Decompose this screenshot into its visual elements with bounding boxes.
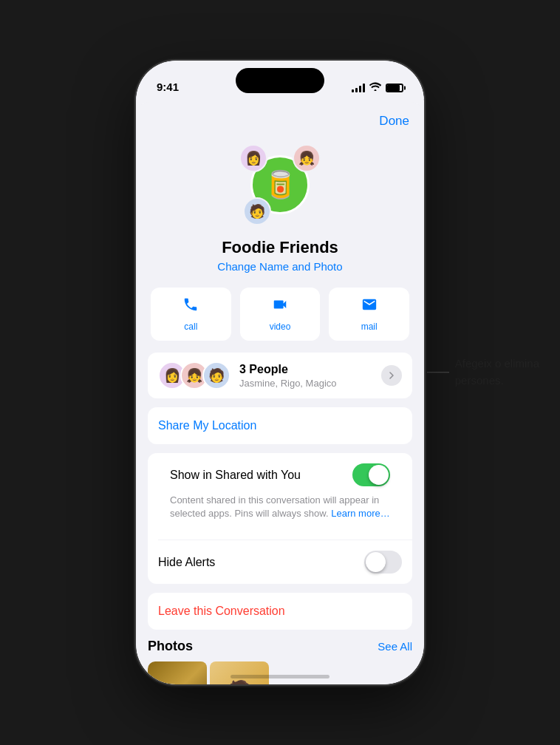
share-location-card[interactable]: Share My Location xyxy=(148,407,412,444)
people-count: 3 People xyxy=(239,363,381,376)
photo-thumb-2[interactable]: 🧑 xyxy=(210,661,269,684)
group-name: Foodie Friends xyxy=(222,238,338,257)
mail-button[interactable]: mail xyxy=(329,288,409,341)
see-all-link[interactable]: See All xyxy=(378,640,412,653)
avatar2-emoji: 👧 xyxy=(298,150,315,166)
share-location-text: Share My Location xyxy=(158,419,256,432)
detail-sheet: Done 🥫 👩 👧 xyxy=(136,102,424,684)
shared-with-you-toggle[interactable] xyxy=(352,463,390,486)
status-bar: 9:41 xyxy=(136,61,424,99)
people-chevron-button[interactable] xyxy=(381,365,402,386)
hide-alerts-toggle[interactable] xyxy=(364,551,402,574)
dynamic-island xyxy=(236,68,324,93)
home-indicator xyxy=(231,675,329,678)
photos-grid: 🧑 xyxy=(148,661,412,684)
people-row[interactable]: 👩 👧 🧑 3 People xyxy=(148,353,412,398)
people-avatars: 👩 👧 🧑 xyxy=(158,361,231,389)
action-buttons: call video xyxy=(136,288,424,353)
call-label: call xyxy=(184,322,197,332)
signal-icon xyxy=(352,84,365,92)
change-name-link[interactable]: Change Name and Photo xyxy=(217,260,342,273)
done-button[interactable]: Done xyxy=(379,114,409,129)
photos-header: Photos See All xyxy=(148,639,412,654)
shared-with-you-label: Show in Shared with You xyxy=(170,469,301,482)
call-icon xyxy=(182,296,199,317)
chevron-right-icon xyxy=(386,370,397,381)
settings-card: Show in Shared with You Content shared i… xyxy=(148,453,412,584)
leave-conversation-text: Leave this Conversation xyxy=(158,605,285,617)
people-info: 3 People Jasmine, Rigo, Magico xyxy=(239,363,381,389)
people-avatar-3: 🧑 xyxy=(202,361,231,389)
call-button[interactable]: call xyxy=(151,288,231,341)
avatar-container: 🥫 👩 👧 🧑 xyxy=(236,140,324,229)
video-icon xyxy=(272,296,288,317)
annotation-line2: persones. xyxy=(455,374,504,387)
avatar3-emoji: 🧑 xyxy=(249,203,265,220)
avatar-section: 🥫 👩 👧 🧑 Foodie Fri xyxy=(136,135,424,288)
status-time: 9:41 xyxy=(157,81,179,93)
annotation-text: Afegeix o elimina persones. xyxy=(449,356,539,389)
avatar1-emoji: 👩 xyxy=(245,150,262,166)
annotation-line1: Afegeix o elimina xyxy=(455,357,539,370)
screen-content[interactable]: Done 🥫 👩 👧 xyxy=(136,99,424,684)
photos-title: Photos xyxy=(148,639,193,654)
battery-icon xyxy=(386,84,403,92)
hide-alerts-label: Hide Alerts xyxy=(158,556,215,569)
phone-frame: 9:41 xyxy=(136,61,424,684)
shared-with-you-section: Show in Shared with You Content shared i… xyxy=(160,453,400,531)
toggle-knob-on xyxy=(369,465,389,485)
main-avatar-emoji: 🥫 xyxy=(264,169,297,200)
video-label: video xyxy=(270,322,291,332)
status-icons xyxy=(352,82,403,93)
mini-avatar-1: 👩 xyxy=(239,144,267,172)
mail-label: mail xyxy=(361,322,378,332)
photo-thumb-1[interactable] xyxy=(148,661,207,684)
leave-conversation-card[interactable]: Leave this Conversation xyxy=(148,593,412,630)
battery-fill xyxy=(387,85,400,91)
mail-icon xyxy=(361,296,378,317)
pa1-emoji: 👩 xyxy=(164,367,180,384)
hide-alerts-row: Hide Alerts xyxy=(148,540,412,584)
phone-screen: 9:41 xyxy=(136,61,424,684)
video-button[interactable]: video xyxy=(240,288,321,341)
shared-with-you-row: Show in Shared with You xyxy=(170,463,390,486)
shared-description: Content shared in this conversation will… xyxy=(170,494,390,520)
people-names: Jasmine, Rigo, Magico xyxy=(239,378,381,389)
mini-avatar-2: 👧 xyxy=(293,144,321,172)
mini-avatar-3: 🧑 xyxy=(243,197,271,225)
people-card: 👩 👧 🧑 3 People xyxy=(148,353,412,398)
pa2-emoji: 👧 xyxy=(186,367,202,384)
learn-more-link[interactable]: Learn more… xyxy=(331,508,389,519)
toggle-knob-off xyxy=(366,552,386,572)
pa3-emoji: 🧑 xyxy=(208,367,225,384)
done-button-row: Done xyxy=(136,114,424,135)
photo-emoji: 🧑 xyxy=(227,679,253,684)
wifi-icon xyxy=(369,82,381,93)
